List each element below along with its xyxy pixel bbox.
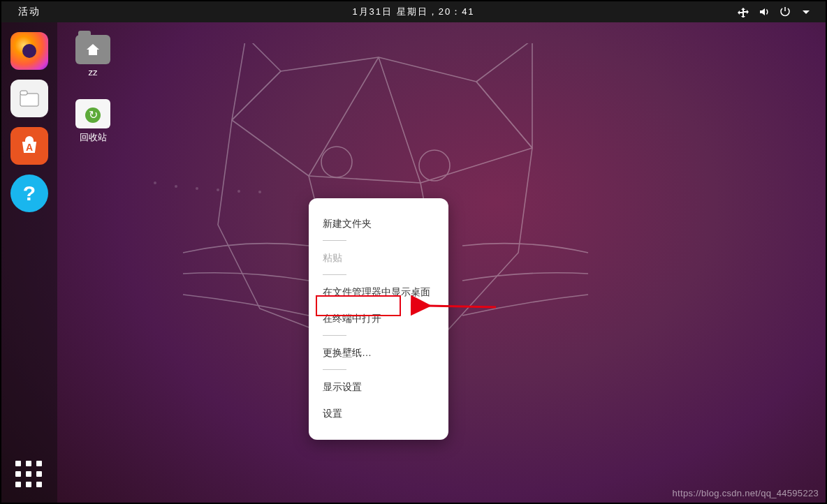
desktop-icon-label: zz (68, 67, 117, 77)
activities-button[interactable]: 活动 (1, 6, 41, 18)
chevron-down-icon[interactable] (800, 6, 812, 17)
svg-point-13 (237, 190, 240, 193)
desktop-icon-label: 回收站 (68, 131, 117, 144)
ubuntu-desktop: 活动 1月31日 星期日，20：41 A ? (0, 0, 827, 504)
svg-point-12 (217, 188, 219, 191)
dock-firefox[interactable] (10, 32, 48, 70)
menu-open-terminal[interactable]: 在终端中打开 (323, 306, 434, 332)
system-tray (738, 6, 826, 17)
dock-files[interactable] (10, 80, 48, 117)
svg-point-11 (196, 187, 198, 190)
watermark: https://blog.csdn.net/qq_44595223 (673, 488, 819, 498)
svg-point-10 (175, 185, 177, 188)
svg-point-14 (258, 191, 261, 193)
svg-rect-1 (20, 94, 38, 106)
svg-point-7 (321, 147, 352, 177)
svg-rect-2 (20, 91, 27, 95)
menu-settings[interactable]: 设置 (323, 401, 434, 427)
menu-new-folder[interactable]: 新建文件夹 (323, 211, 434, 237)
network-icon[interactable] (738, 6, 749, 17)
dock: A ? (1, 22, 57, 503)
menu-show-in-files[interactable]: 在文件管理器中显示桌面 (323, 279, 434, 306)
power-icon[interactable] (780, 6, 791, 17)
menu-display-settings[interactable]: 显示设置 (323, 374, 434, 401)
svg-point-8 (419, 150, 450, 181)
svg-marker-5 (232, 43, 281, 120)
desktop-home-folder[interactable]: zz (68, 35, 117, 77)
show-applications[interactable] (15, 461, 43, 489)
svg-marker-6 (476, 43, 532, 148)
menu-paste: 粘贴 (323, 245, 434, 272)
svg-point-0 (22, 44, 36, 58)
dock-help[interactable]: ? (10, 175, 48, 212)
menu-separator (323, 274, 346, 275)
top-bar: 活动 1月31日 星期日，20：41 (1, 1, 826, 22)
menu-separator (323, 369, 346, 370)
menu-change-wallpaper[interactable]: 更换壁纸… (323, 340, 434, 366)
menu-separator (323, 240, 346, 241)
desktop-trash[interactable]: 回收站 (68, 99, 117, 144)
svg-point-9 (154, 181, 156, 184)
volume-icon[interactable] (759, 6, 770, 17)
dock-software[interactable]: A (10, 127, 48, 165)
folder-icon (75, 35, 110, 64)
svg-text:A: A (26, 142, 33, 153)
clock[interactable]: 1月31日 星期日，20：41 (352, 6, 474, 18)
desktop-context-menu: 新建文件夹 粘贴 在文件管理器中显示桌面 在终端中打开 更换壁纸… 显示设置 设… (309, 198, 448, 440)
trash-icon (75, 99, 110, 128)
menu-separator (323, 335, 346, 336)
